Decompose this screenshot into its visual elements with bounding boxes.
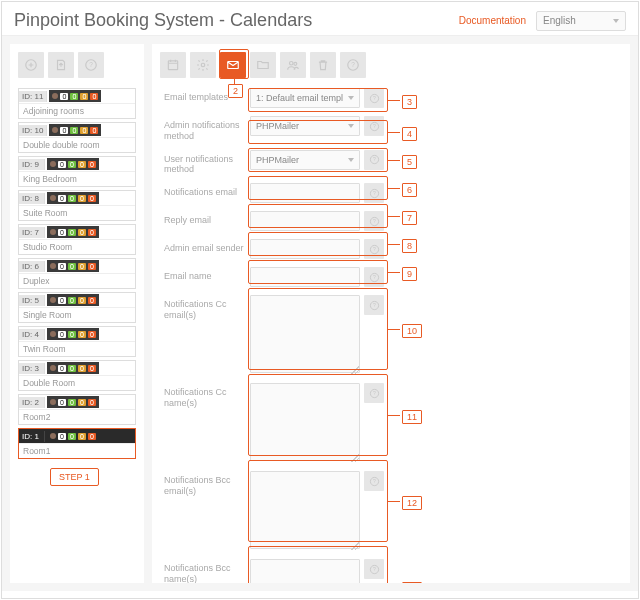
calendar-id: ID: 2	[19, 397, 45, 408]
folder-tab[interactable]	[250, 52, 276, 78]
annotation-tag: 2	[228, 84, 243, 98]
chevron-down-icon	[613, 19, 619, 23]
calendar-stats: 0 0 0 0	[47, 396, 99, 408]
field-help-button[interactable]: ?	[364, 239, 384, 259]
field-label: Notifications Cc email(s)	[164, 295, 250, 321]
language-value: English	[543, 15, 576, 26]
svg-point-6	[290, 62, 294, 66]
field-help-button[interactable]: ?	[364, 88, 384, 108]
calendar-item[interactable]: ID: 3 0 0 0 0 Double Room	[18, 360, 136, 391]
admin-notifications-method-select[interactable]: PHPMailer	[250, 116, 360, 136]
reply-email-input[interactable]	[250, 211, 360, 231]
form-row: Notifications Bcc email(s) ?	[164, 471, 622, 551]
email-templates-select[interactable]: 1: Default email templ	[250, 88, 360, 108]
add-calendar-button[interactable]	[18, 52, 44, 78]
annotation-tag: 3	[402, 95, 417, 109]
calendar-id: ID: 8	[19, 193, 45, 204]
mail-tab[interactable]	[220, 52, 246, 78]
annotation-tag: 5	[402, 155, 417, 169]
avatar-icon	[52, 127, 58, 133]
chevron-down-icon	[348, 158, 354, 162]
svg-text:?: ?	[373, 302, 376, 308]
avatar-icon	[50, 433, 56, 439]
calendar-item[interactable]: ID: 1 0 0 0 0 Room1	[18, 428, 136, 459]
form-row: Admin email sender ?	[164, 239, 622, 259]
field-label: User notifications method	[164, 150, 250, 176]
gear-tab[interactable]	[190, 52, 216, 78]
form-row: User notifications method PHPMailer?	[164, 150, 622, 176]
calendar-tab[interactable]	[160, 52, 186, 78]
calendar-name: Double double room	[19, 137, 135, 152]
field-help-button[interactable]: ?	[364, 267, 384, 287]
email-name-input[interactable]	[250, 267, 360, 287]
calendar-id: ID: 5	[19, 295, 45, 306]
help-button[interactable]: ?	[78, 52, 104, 78]
svg-text:?: ?	[373, 156, 376, 162]
calendar-name: Suite Room	[19, 205, 135, 220]
resize-handle-icon	[351, 542, 359, 550]
calendar-item[interactable]: ID: 9 0 0 0 0 King Bedroom	[18, 156, 136, 187]
annotation-tag: 7	[402, 211, 417, 225]
step-1-badge: STEP 1	[50, 468, 99, 486]
notifications-cc-name-s--textarea[interactable]	[250, 383, 360, 461]
calendar-id: ID: 11	[19, 91, 47, 102]
notifications-bcc-email-s--textarea[interactable]	[250, 471, 360, 549]
calendar-item[interactable]: ID: 8 0 0 0 0 Suite Room	[18, 190, 136, 221]
form-row: Notifications email ?	[164, 183, 622, 203]
annotation-tag: 13	[402, 582, 422, 583]
annotation-tag: 8	[402, 239, 417, 253]
calendar-name: Studio Room	[19, 239, 135, 254]
notifications-cc-email-s--textarea[interactable]	[250, 295, 360, 373]
calendar-item[interactable]: ID: 5 0 0 0 0 Single Room	[18, 292, 136, 323]
field-help-button[interactable]: ?	[364, 211, 384, 231]
calendar-stats: 0 0 0 0	[49, 124, 101, 136]
admin-email-sender-input[interactable]	[250, 239, 360, 259]
settings-toolbar: ?	[160, 52, 622, 78]
calendar-item[interactable]: ID: 2 0 0 0 0 Room2	[18, 394, 136, 425]
field-label: Reply email	[164, 211, 250, 226]
calendar-stats: 0 0 0 0	[47, 226, 99, 238]
annotation-tag: 11	[402, 410, 422, 424]
form-row: Notifications Cc email(s) ?	[164, 295, 622, 375]
calendar-stats: 0 0 0 0	[47, 158, 99, 170]
field-help-button[interactable]: ?	[364, 116, 384, 136]
users-tab[interactable]	[280, 52, 306, 78]
calendar-name: Adjoining rooms	[19, 103, 135, 118]
field-help-button[interactable]: ?	[364, 295, 384, 315]
field-label: Admin notifications method	[164, 116, 250, 142]
help-tab[interactable]: ?	[340, 52, 366, 78]
chevron-down-icon	[348, 96, 354, 100]
calendar-stats: 0 0 0 0	[47, 260, 99, 272]
chevron-down-icon	[348, 124, 354, 128]
svg-point-7	[294, 62, 297, 65]
calendar-id: ID: 9	[19, 159, 45, 170]
calendar-item[interactable]: ID: 7 0 0 0 0 Studio Room	[18, 224, 136, 255]
field-help-button[interactable]: ?	[364, 183, 384, 203]
field-help-button[interactable]: ?	[364, 559, 384, 579]
field-help-button[interactable]: ?	[364, 471, 384, 491]
field-help-button[interactable]: ?	[364, 383, 384, 403]
field-help-button[interactable]: ?	[364, 150, 384, 170]
notifications-email-input[interactable]	[250, 183, 360, 203]
svg-text:?: ?	[373, 246, 376, 252]
calendar-item[interactable]: ID: 4 0 0 0 0 Twin Room	[18, 326, 136, 357]
calendar-stats: 0 0 0 0	[47, 328, 99, 340]
calendar-item[interactable]: ID: 10 0 0 0 0 Double double room	[18, 122, 136, 153]
user-notifications-method-select[interactable]: PHPMailer	[250, 150, 360, 170]
calendar-item[interactable]: ID: 6 0 0 0 0 Duplex	[18, 258, 136, 289]
language-select[interactable]: English	[536, 11, 626, 31]
calendar-item[interactable]: ID: 11 0 0 0 0 Adjoining rooms	[18, 88, 136, 119]
documentation-link[interactable]: Documentation	[459, 15, 526, 26]
form-row: Notifications Bcc name(s) ?	[164, 559, 622, 583]
calendar-name: Room2	[19, 409, 135, 424]
notifications-bcc-name-s--textarea[interactable]	[250, 559, 360, 583]
form-row: Admin notifications method PHPMailer?	[164, 116, 622, 142]
export-button[interactable]	[48, 52, 74, 78]
annotation-tag: 4	[402, 127, 417, 141]
calendar-stats: 0 0 0 0	[47, 362, 99, 374]
annotation-tag: 10	[402, 324, 422, 338]
field-label: Notifications Cc name(s)	[164, 383, 250, 409]
svg-text:?: ?	[373, 218, 376, 224]
avatar-icon	[50, 229, 56, 235]
trash-tab[interactable]	[310, 52, 336, 78]
